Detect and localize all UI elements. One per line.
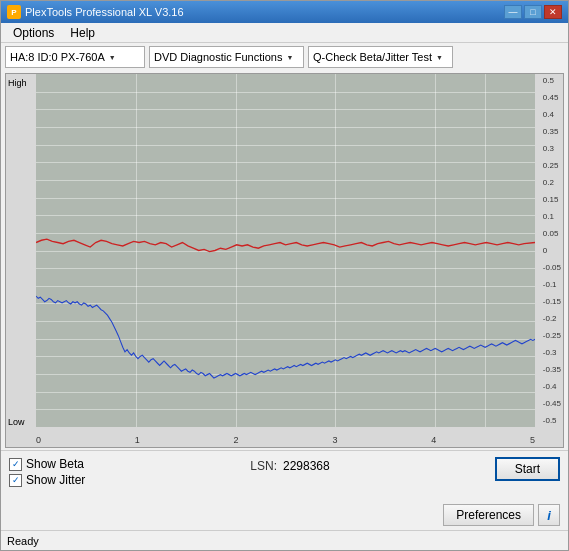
y-right-4: 0.3 bbox=[543, 144, 561, 153]
title-bar: P PlexTools Professional XL V3.16 — □ ✕ bbox=[1, 1, 568, 23]
status-bar: Ready bbox=[1, 530, 568, 550]
app-icon: P bbox=[7, 5, 21, 19]
y-right-6: 0.2 bbox=[543, 178, 561, 187]
y-right-0: 0.5 bbox=[543, 76, 561, 85]
x-label-1: 1 bbox=[135, 435, 140, 445]
chart-svg bbox=[36, 74, 535, 427]
lsn-area: LSN: 2298368 bbox=[250, 455, 329, 473]
y-right-5: 0.25 bbox=[543, 161, 561, 170]
start-button[interactable]: Start bbox=[495, 457, 560, 481]
maximize-button[interactable]: □ bbox=[524, 5, 542, 19]
title-controls: — □ ✕ bbox=[504, 5, 562, 19]
y-label-high: High bbox=[8, 78, 27, 88]
test-dropdown[interactable]: Q-Check Beta/Jitter Test bbox=[308, 46, 453, 68]
menu-options[interactable]: Options bbox=[5, 24, 62, 42]
y-right-8: 0.1 bbox=[543, 212, 561, 221]
main-window: P PlexTools Professional XL V3.16 — □ ✕ … bbox=[0, 0, 569, 551]
show-jitter-checkbox[interactable] bbox=[9, 474, 22, 487]
preferences-button[interactable]: Preferences bbox=[443, 504, 534, 526]
show-beta-checkbox[interactable] bbox=[9, 458, 22, 471]
lsn-value: 2298368 bbox=[283, 459, 330, 473]
drive-dropdown[interactable]: HA:8 ID:0 PX-760A bbox=[5, 46, 145, 68]
y-right-m10: -0.5 bbox=[543, 416, 561, 425]
y-label-low: Low bbox=[8, 417, 25, 427]
x-label-3: 3 bbox=[332, 435, 337, 445]
y-right-m6: -0.3 bbox=[543, 348, 561, 357]
x-label-0: 0 bbox=[36, 435, 41, 445]
y-right-m8: -0.4 bbox=[543, 382, 561, 391]
bottom-top-row: Show Beta Show Jitter LSN: 2298368 Start bbox=[9, 455, 560, 502]
menu-bar: Options Help bbox=[1, 23, 568, 43]
bottom-panel: Show Beta Show Jitter LSN: 2298368 Start… bbox=[1, 450, 568, 530]
show-beta-item: Show Beta bbox=[9, 457, 85, 471]
y-right-9: 0.05 bbox=[543, 229, 561, 238]
x-axis: 0 1 2 3 4 5 bbox=[36, 435, 535, 445]
window-title: PlexTools Professional XL V3.16 bbox=[25, 6, 184, 18]
function-dropdown[interactable]: DVD Diagnostic Functions bbox=[149, 46, 304, 68]
y-right-m1: -0.05 bbox=[543, 263, 561, 272]
y-right-m2: -0.1 bbox=[543, 280, 561, 289]
close-button[interactable]: ✕ bbox=[544, 5, 562, 19]
chart-area: High Low bbox=[5, 73, 564, 448]
info-button[interactable]: i bbox=[538, 504, 560, 526]
y-right-m9: -0.45 bbox=[543, 399, 561, 408]
jitter-line bbox=[36, 296, 535, 378]
beta-line bbox=[36, 239, 535, 252]
pref-row: Preferences i bbox=[9, 504, 560, 526]
lsn-label: LSN: bbox=[250, 459, 277, 473]
show-beta-label: Show Beta bbox=[26, 457, 84, 471]
checkboxes: Show Beta Show Jitter bbox=[9, 455, 85, 487]
show-jitter-label: Show Jitter bbox=[26, 473, 85, 487]
y-axis-right: 0.5 0.45 0.4 0.35 0.3 0.25 0.2 0.15 0.1 … bbox=[543, 74, 561, 427]
y-right-zero: 0 bbox=[543, 246, 561, 255]
y-right-3: 0.35 bbox=[543, 127, 561, 136]
y-right-1: 0.45 bbox=[543, 93, 561, 102]
show-jitter-item: Show Jitter bbox=[9, 473, 85, 487]
title-bar-left: P PlexTools Professional XL V3.16 bbox=[7, 5, 184, 19]
y-right-m3: -0.15 bbox=[543, 297, 561, 306]
y-right-2: 0.4 bbox=[543, 110, 561, 119]
status-text: Ready bbox=[7, 535, 39, 547]
x-label-4: 4 bbox=[431, 435, 436, 445]
y-right-m5: -0.25 bbox=[543, 331, 561, 340]
x-label-2: 2 bbox=[234, 435, 239, 445]
menu-help[interactable]: Help bbox=[62, 24, 103, 42]
plot-area bbox=[36, 74, 535, 427]
minimize-button[interactable]: — bbox=[504, 5, 522, 19]
y-right-m4: -0.2 bbox=[543, 314, 561, 323]
toolbar: HA:8 ID:0 PX-760A DVD Diagnostic Functio… bbox=[1, 43, 568, 71]
y-right-7: 0.15 bbox=[543, 195, 561, 204]
y-right-m7: -0.35 bbox=[543, 365, 561, 374]
x-label-5: 5 bbox=[530, 435, 535, 445]
right-buttons: Start bbox=[495, 455, 560, 481]
